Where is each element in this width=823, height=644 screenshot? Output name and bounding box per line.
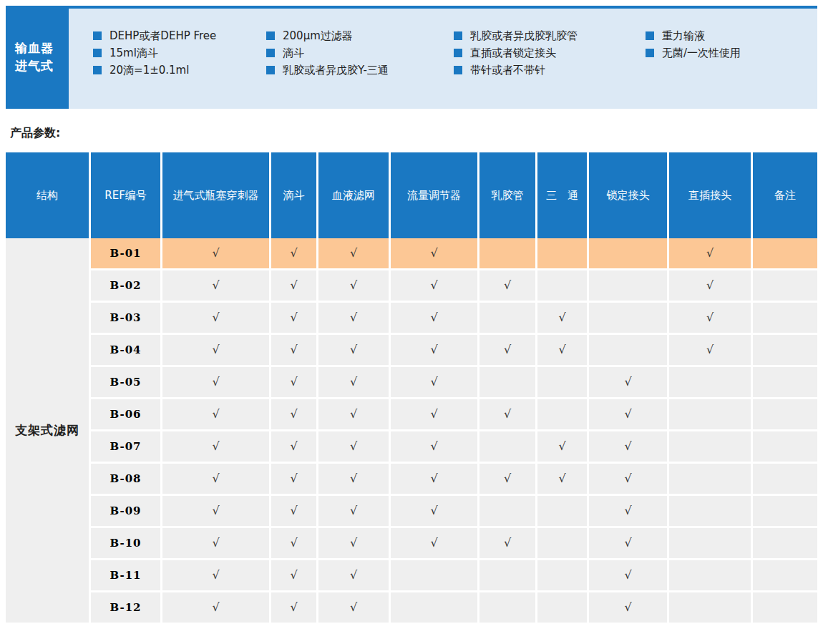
- section-title: 产品参数:: [10, 126, 817, 141]
- checkmark-icon: √: [212, 248, 219, 259]
- feature-column-4: 重力输液无菌/一次性使用: [646, 27, 817, 109]
- checkmark-icon: √: [430, 473, 437, 484]
- feature-label: 直插或者锁定接头: [470, 47, 556, 60]
- check-cell: √: [271, 560, 316, 590]
- empty-cell: [669, 431, 751, 462]
- checkmark-icon: √: [350, 537, 357, 549]
- checkmark-icon: √: [706, 344, 714, 356]
- remark-cell: [753, 399, 817, 429]
- remark-cell: [753, 270, 817, 301]
- feature-label: 重力输液: [662, 29, 705, 43]
- check-cell: √: [391, 303, 477, 333]
- check-cell: √: [162, 464, 269, 494]
- remark-cell: [753, 528, 817, 558]
- feature-panel: DEHP或者DEHP Free15ml滴斗20滴=1±0.1ml200μm过滤器…: [69, 6, 817, 109]
- feature-item: 无菌/一次性使用: [646, 44, 817, 62]
- bullet-square-icon: [93, 49, 102, 57]
- check-cell: √: [318, 431, 389, 462]
- empty-cell: [391, 592, 477, 623]
- check-cell: √: [271, 367, 316, 397]
- checkmark-icon: √: [350, 409, 357, 420]
- product-title-line1: 输血器: [15, 39, 69, 57]
- empty-cell: [589, 270, 667, 301]
- column-header-2: REF编号: [91, 152, 160, 238]
- check-cell: √: [162, 303, 269, 333]
- checkmark-icon: √: [350, 473, 357, 484]
- checkmark-icon: √: [350, 312, 357, 323]
- check-cell: √: [589, 464, 667, 494]
- check-cell: √: [318, 270, 389, 301]
- checkmark-icon: √: [430, 441, 437, 452]
- feature-label: 20滴=1±0.1ml: [109, 64, 189, 77]
- column-header-8: 三 通: [537, 152, 587, 238]
- checkmark-icon: √: [350, 344, 357, 356]
- feature-label: 乳胶或者异戊胶乳胶管: [470, 29, 578, 43]
- checkmark-icon: √: [706, 312, 714, 323]
- empty-cell: [479, 238, 535, 268]
- feature-column-2: 200μm过滤器滴斗乳胶或者异戊胶Y-三通: [266, 27, 454, 109]
- checkmark-icon: √: [430, 376, 437, 388]
- bullet-square-icon: [454, 31, 462, 40]
- check-cell: √: [271, 238, 316, 268]
- spec-table-header: 结构REF编号进气式瓶塞穿刺器滴斗血液滤网流量调节器乳胶管三 通锁定接头直插接头…: [6, 152, 817, 238]
- check-cell: √: [318, 496, 389, 526]
- column-header-10: 直插接头: [669, 152, 751, 238]
- feature-item: 带针或者不带针: [454, 62, 646, 79]
- ref-cell: B-07: [91, 431, 160, 462]
- checkmark-icon: √: [430, 344, 437, 356]
- bullet-square-icon: [93, 31, 102, 40]
- check-cell: √: [162, 367, 269, 397]
- check-cell: √: [589, 496, 667, 526]
- checkmark-icon: √: [212, 280, 219, 291]
- check-cell: √: [318, 464, 389, 494]
- spec-table-body: 支架式滤网B-01√√√√√B-02√√√√√√B-03√√√√√√B-04√√…: [6, 238, 817, 623]
- check-cell: √: [537, 335, 587, 365]
- checkmark-icon: √: [212, 441, 219, 452]
- ref-cell: B-09: [91, 496, 160, 526]
- checkmark-icon: √: [624, 376, 631, 388]
- check-cell: √: [162, 431, 269, 462]
- checkmark-icon: √: [290, 312, 297, 323]
- remark-cell: [753, 464, 817, 494]
- feature-item: 滴斗: [266, 44, 454, 62]
- check-cell: √: [162, 335, 269, 365]
- checkmark-icon: √: [212, 344, 219, 356]
- checkmark-icon: √: [430, 537, 437, 549]
- ref-cell: B-04: [91, 335, 160, 365]
- bullet-square-icon: [454, 49, 462, 57]
- check-cell: √: [318, 528, 389, 558]
- empty-cell: [537, 367, 587, 397]
- check-cell: √: [537, 464, 587, 494]
- checkmark-icon: √: [624, 537, 631, 549]
- feature-item: 重力输液: [646, 27, 817, 44]
- check-cell: √: [271, 528, 316, 558]
- checkmark-icon: √: [430, 505, 437, 517]
- check-cell: √: [669, 238, 751, 268]
- remark-cell: [753, 335, 817, 365]
- checkmark-icon: √: [212, 537, 219, 549]
- check-cell: √: [271, 592, 316, 623]
- check-cell: √: [318, 399, 389, 429]
- bullet-square-icon: [93, 66, 102, 74]
- check-cell: √: [271, 399, 316, 429]
- product-title-block: 输血器 进气式: [6, 6, 69, 109]
- checkmark-icon: √: [290, 537, 297, 549]
- checkmark-icon: √: [350, 280, 357, 291]
- empty-cell: [479, 303, 535, 333]
- check-cell: √: [271, 303, 316, 333]
- remark-cell: [753, 238, 817, 268]
- empty-cell: [479, 496, 535, 526]
- check-cell: √: [162, 528, 269, 558]
- feature-item: 乳胶或者异戊胶乳胶管: [454, 27, 646, 44]
- check-cell: √: [271, 335, 316, 365]
- ref-cell: B-06: [91, 399, 160, 429]
- check-cell: √: [589, 431, 667, 462]
- feature-label: DEHP或者DEHP Free: [109, 29, 216, 43]
- feature-item: 20滴=1±0.1ml: [93, 62, 266, 79]
- column-header-5: 血液滤网: [318, 152, 389, 238]
- checkmark-icon: √: [350, 376, 357, 388]
- empty-cell: [537, 560, 587, 590]
- check-cell: √: [479, 399, 535, 429]
- check-cell: √: [479, 464, 535, 494]
- product-spec-page: 输血器 进气式 DEHP或者DEHP Free15ml滴斗20滴=1±0.1ml…: [6, 6, 817, 623]
